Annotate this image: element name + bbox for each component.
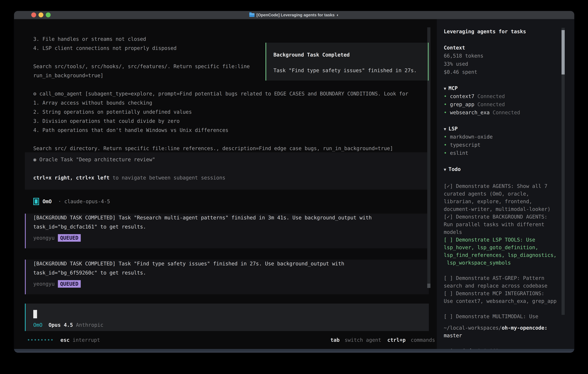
terminal-line: 3. Division operations that could divide…: [33, 116, 425, 126]
folder-icon: [249, 13, 254, 17]
workspace-path: ~/local-workspaces/oh-my-opencode:: [444, 325, 547, 331]
bullet-icon: •: [444, 134, 447, 140]
terminal-line: 1. Array access without bounds checking: [33, 98, 425, 107]
terminal-line: Search src/ directory. Return specific f…: [33, 144, 425, 153]
task-message-line: [BACKGROUND TASK COMPLETED] Task "Resear…: [33, 215, 372, 220]
text-cursor: [33, 310, 37, 318]
hint-text: to navigate between subagent sessions: [110, 175, 225, 181]
agent-name: OmO: [42, 198, 52, 204]
todo-line: search and replace across codebase: [444, 282, 571, 290]
todo-section-header[interactable]: ▼Todo: [444, 166, 461, 172]
todo-line: document-writer, multimodal-looker): [444, 205, 571, 213]
lsp-item: •eslint: [444, 150, 468, 156]
task-message-line: [BACKGROUND TASK COMPLETED] Task "Find t…: [33, 261, 344, 267]
lsp-heading: LSP: [449, 126, 458, 132]
todo-line: models: [444, 228, 571, 236]
author-label: yeongyu: [33, 235, 55, 241]
queued-badge: QUEUED: [58, 280, 81, 288]
tab-key: tab: [330, 337, 340, 343]
esc-key: esc: [61, 337, 70, 343]
todo-line: [ ] Demonstrate AST-GREP: Pattern: [444, 274, 571, 282]
lsp-section-header[interactable]: ▼LSP: [444, 126, 458, 132]
provider-label: Anthropic: [73, 322, 104, 328]
esc-hint: esc interrupt: [61, 337, 100, 343]
key-hint: ctrl+x right: [33, 175, 70, 181]
prompt-input[interactable]: OmO Opus 4.5 Anthropic: [25, 303, 429, 331]
task-message-line: task_id="bg_dcfac161" to get results.: [33, 224, 146, 230]
bullet-icon: •: [444, 142, 447, 148]
context-heading: Context: [444, 45, 465, 51]
chevron-down-icon: ▼: [444, 127, 446, 132]
working-spinner-dots: ••••••••: [27, 337, 54, 343]
background-task-toast: Background Task Completed Task "Find typ…: [265, 43, 429, 81]
todo-line: [ ] Demonstrate LSP TOOLS: Use: [444, 236, 571, 244]
author-label: yeongyu: [33, 281, 55, 287]
bullet-icon: •: [444, 102, 447, 107]
todo-line: lsp_workspace_symbols: [444, 259, 571, 267]
mcp-server-name: websearch_exa: [450, 110, 490, 115]
todo-line: Run parallel tasks with different: [444, 221, 571, 228]
lsp-item: •markdown-oxide: [444, 134, 493, 140]
mcp-server-status: Connected: [477, 102, 505, 107]
screen: [OpenCode] Leveraging agents for tasks ◐…: [0, 0, 588, 374]
toast-title: Background Task Completed: [273, 52, 350, 58]
todo-line: lsp_find_references, lsp_diagnostics,: [444, 251, 571, 259]
todo-line: [444, 305, 571, 313]
todo-line: [ ] Demonstrate MCP INTEGRATIONS:: [444, 290, 571, 297]
workspace-path-project: oh-my-opencode:: [502, 325, 547, 331]
terminal-line: 4. Path operations that don't handle Win…: [33, 126, 425, 135]
mcp-server-status: Connected: [477, 94, 505, 99]
ctrl-p-label: commands: [408, 337, 435, 343]
session-status-icon: ◐: [336, 13, 339, 17]
lsp-item: •typescript: [444, 142, 481, 148]
mcp-server-status: Connected: [493, 110, 520, 115]
todo-heading: Todo: [449, 166, 461, 172]
lsp-server-name: markdown-oxide: [450, 134, 493, 140]
terminal-line: [33, 135, 425, 144]
todo-line: [✓] Demonstrate AGENTS: Show all 7: [444, 182, 571, 190]
ctrl-p-key: ctrl+p: [387, 337, 406, 343]
oracle-task-card: ◉ Oracle Task "Deep architecture review"…: [25, 152, 429, 190]
workspace-path-prefix: ~/local-workspaces/: [444, 325, 502, 331]
background-task-message: [BACKGROUND TASK COMPLETED] Task "Resear…: [25, 214, 429, 248]
active-agent-label: OmO: [33, 322, 42, 328]
lsp-server-name: eslint: [450, 150, 468, 156]
session-sidebar: Leveraging agents for tasks Context 66,5…: [437, 19, 574, 349]
terminal-line: [33, 80, 425, 89]
spacer: [42, 322, 48, 328]
git-branch: master: [444, 333, 462, 338]
terminal-line: 3. File handles or streams not closed: [33, 35, 425, 44]
bullet-icon: •: [444, 150, 447, 156]
chevron-down-icon: ▼: [444, 167, 446, 172]
todo-line: [ ] Demonstrate MULTIMODAL: Use: [444, 313, 571, 320]
input-footer: OmO Opus 4.5 Anthropic: [33, 321, 104, 329]
mcp-section-header[interactable]: ▼MCP: [444, 85, 458, 91]
todo-line: librarian, explore, frontend,: [444, 198, 571, 205]
session-title: Leveraging agents for tasks: [444, 29, 526, 34]
terminal-line: 2. String operations on potentially unde…: [33, 107, 425, 116]
mcp-item: •context7 Connected: [444, 94, 505, 99]
subagent-nav-hint: ctrl+x right, ctrl+x left to navigate be…: [33, 175, 225, 181]
todo-line: Use context7, websearch_exa, grep_app: [444, 297, 571, 305]
agent-model: · claude-opus-4-5: [55, 198, 110, 204]
sidebar-scrollbar[interactable]: [562, 28, 565, 315]
active-model-label[interactable]: Opus 4.5: [48, 322, 73, 328]
mcp-server-name: context7: [450, 94, 474, 99]
terminal-window: [OpenCode] Leveraging agents for tasks ◐…: [14, 11, 574, 353]
terminal-line: ⚙ call_omo_agent [subagent_type=explore,…: [33, 89, 425, 98]
sidebar-scrollbar-thumb[interactable]: [562, 30, 565, 74]
key-hint-sep: ,: [70, 175, 76, 181]
toast-body: Task "Find type safety issues" finished …: [273, 68, 417, 73]
queued-badge: QUEUED: [58, 234, 81, 242]
chat-scrollbar-thumb[interactable]: [427, 284, 430, 288]
mcp-item: •websearch_exa Connected: [444, 110, 520, 115]
context-used: 33% used: [444, 61, 468, 67]
esc-label: interrupt: [70, 337, 100, 343]
agent-header: OmO · claude-opus-4-5: [33, 197, 110, 206]
mcp-server-name: grep_app: [450, 102, 474, 107]
key-hint: ctrl+x left: [76, 175, 110, 181]
task-message-line: task_id="bg_6f59260c" to get results.: [33, 270, 146, 276]
titlebar: [OpenCode] Leveraging agents for tasks ◐: [14, 11, 574, 19]
context-tokens: 66,518 tokens: [444, 53, 483, 59]
lsp-server-name: typescript: [450, 142, 481, 148]
